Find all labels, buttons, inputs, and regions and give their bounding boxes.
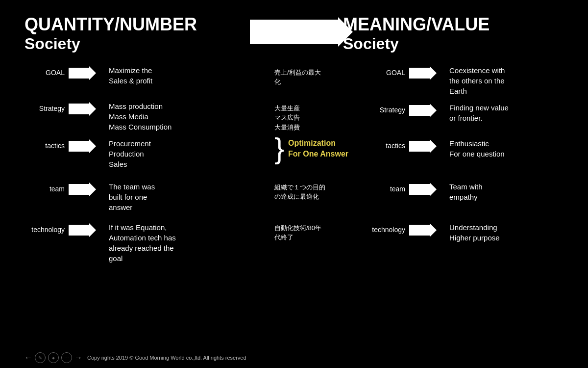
left-team-label: team [24,179,69,193]
header-left: QUANTITY/NUMBER Society [24,15,245,53]
middle-tactics: } Optimization For One Answer [274,137,353,176]
right-goal-content: Coexistence withthe others on theEarth [439,63,588,96]
for-one-answer-label: For One Answer [288,149,348,159]
optimization-label: Optimization [288,138,348,149]
right-goal-label: GOAL [368,63,409,77]
right-goal-arrow-container [409,63,439,79]
arrow-left-icon[interactable]: ← [24,353,32,362]
right-strategy-row: Strategy Finding new valueor frontier. [368,100,588,132]
right-goal-row: GOAL Coexistence withthe others on theEa… [368,63,588,96]
left-goal-content: Maximize theSales & profit [98,63,270,86]
right-team-arrow [409,184,430,195]
big-arrow [250,20,338,44]
left-goal-arrow-container [69,63,98,79]
right-tech-arrow-container [409,220,439,236]
right-tactics-content: EnthusiasticFor one question [439,136,588,159]
middle-team: 組織で１つの目的の達成に最適化 [274,180,353,217]
bracket-symbol: } [274,137,284,160]
left-title-sub: Society [24,34,245,53]
footer-copyright: Copy rights 2019 © Good Morning World co… [87,355,246,361]
left-tech-row: technology If it was Equation,Automation… [24,220,270,266]
right-team-row: team Team withempathy [368,179,588,216]
right-team-label: team [368,179,409,193]
left-goal-row: GOAL Maximize theSales & profit [24,63,270,95]
arrow-right-icon[interactable]: → [74,353,82,362]
middle-strategy: 大量生産マス広告大量消費 [274,101,353,133]
left-section: GOAL Maximize theSales & profit Strategy… [24,63,270,271]
left-strategy-content: Mass productionMass MediaMass Consumptio… [98,99,270,132]
left-goal-label: GOAL [24,63,69,77]
right-goal-arrow [409,68,430,79]
optimization-text: Optimization For One Answer [288,138,348,160]
right-tech-arrow [409,225,430,236]
right-section: GOAL Coexistence withthe others on theEa… [358,63,588,271]
right-strategy-content: Finding new valueor frontier. [439,100,588,123]
left-strategy-row: Strategy Mass productionMass MediaMass C… [24,99,270,132]
left-strategy-label: Strategy [24,99,69,112]
tactics-optimization-container: } Optimization For One Answer [274,137,353,160]
right-strategy-label: Strategy [368,100,409,114]
middle-tech: 自動化技術/80年代終了 [274,221,353,267]
right-strategy-arrow-container [409,100,439,116]
right-title-main: MEANING/VALUE [343,15,564,34]
middle-section: 売上/利益の最大化 大量生産マス広告大量消費 } Optimization Fo… [270,63,353,271]
left-tech-label: technology [24,220,69,234]
main-content: GOAL Maximize theSales & profit Strategy… [24,63,564,271]
right-tech-label: technology [368,220,409,234]
right-title-sub: Society [343,34,564,53]
footer: ← ✎ ● ⋯ → Copy rights 2019 © Good Mornin… [24,352,564,363]
right-tactics-arrow [409,141,430,152]
left-team-arrow [69,184,89,195]
left-team-arrow-container [69,179,98,195]
left-strategy-arrow [69,104,89,114]
middle-goal: 売上/利益の最大化 [274,65,353,97]
circle-icon[interactable]: ● [48,352,59,363]
left-tactics-content: ProcurementProductionSales [98,136,270,169]
left-strategy-arrow-container [69,99,98,114]
right-tactics-label: tactics [368,136,409,150]
header-right: MEANING/VALUE Society [343,15,564,53]
slide: QUANTITY/NUMBER Society MEANING/VALUE So… [0,0,588,368]
left-team-content: The team wasbuilt for oneanswer [98,179,270,212]
right-tactics-row: tactics EnthusiasticFor one question [368,136,588,175]
left-team-row: team The team wasbuilt for oneanswer [24,179,270,216]
left-tactics-label: tactics [24,136,69,150]
right-tech-row: technology UnderstandingHigher purpose [368,220,588,266]
pencil-icon[interactable]: ✎ [35,352,46,363]
right-team-arrow-container [409,179,439,195]
footer-icons: ← ✎ ● ⋯ → [24,352,82,363]
left-goal-arrow [69,68,89,79]
left-tech-arrow [69,225,89,236]
left-tactics-arrow-container [69,136,98,152]
header: QUANTITY/NUMBER Society MEANING/VALUE So… [24,15,564,53]
right-tech-content: UnderstandingHigher purpose [439,220,588,243]
right-team-content: Team withempathy [439,179,588,202]
left-title-main: QUANTITY/NUMBER [24,15,245,34]
right-tactics-arrow-container [409,136,439,152]
left-tech-content: If it was Equation,Automation tech hasal… [98,220,270,263]
header-arrow-container [245,15,343,44]
left-tactics-row: tactics ProcurementProductionSales [24,136,270,175]
right-strategy-arrow [409,105,430,116]
left-tech-arrow-container [69,220,98,236]
left-tactics-arrow [69,141,89,152]
dots-icon[interactable]: ⋯ [61,352,72,363]
